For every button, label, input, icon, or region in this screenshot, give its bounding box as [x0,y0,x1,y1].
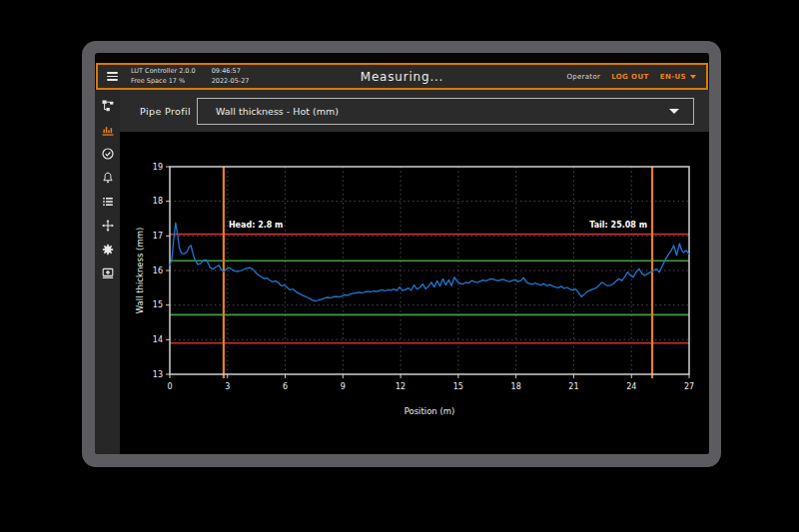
marker-label: Tail: 25.08 m [589,221,647,230]
app-window: LUT Controller 2.0.0 Free Space 17 % 09:… [95,53,709,454]
sidebar-item-settings[interactable] [95,238,120,262]
svg-text:14: 14 [153,335,163,344]
sidebar-item-move[interactable] [95,214,120,238]
svg-text:18: 18 [153,197,163,206]
pipeline-nodes-icon [102,100,114,112]
move-icon [102,220,114,232]
svg-text:21: 21 [568,382,578,391]
app-version: LUT Controller 2.0.0 [131,68,196,76]
svg-text:0: 0 [167,382,172,391]
wall-thickness-plot: 036912151821242713141516171819Position (… [120,132,709,454]
bell-icon [102,172,114,184]
sidebar-item-profile-chart[interactable] [95,118,120,142]
date: 2022-05-27 [212,78,250,86]
profile-dropdown[interactable]: Wall thickness - Hot (mm) [197,98,694,125]
svg-text:18: 18 [511,382,521,391]
svg-text:17: 17 [153,232,163,241]
free-space: Free Space 17 % [131,78,196,86]
datetime-info: 09:46:57 2022-05-27 [212,68,250,86]
pipe-profile-label: Pipe Profil [140,90,191,132]
sidebar-item-event-list[interactable] [95,190,120,214]
svg-text:15: 15 [153,300,163,309]
sidebar-item-notifications[interactable] [95,166,120,190]
svg-text:6: 6 [283,382,288,391]
y-axis-title: Wall thickness (mm) [135,228,145,314]
svg-text:3: 3 [225,382,230,391]
language-value: EN-US [660,73,686,81]
svg-text:27: 27 [684,382,694,391]
sidebar-item-checks[interactable] [95,142,120,166]
sidebar-item-system[interactable] [95,262,120,285]
svg-text:12: 12 [396,382,405,391]
user-role: Operator [566,73,600,81]
gear-icon [102,244,114,256]
app-info: LUT Controller 2.0.0 Free Space 17 % [131,68,196,86]
language-selector[interactable]: EN-US [660,73,696,81]
profile-dropdown-value: Wall thickness - Hot (mm) [216,106,339,117]
desktop-background: LUT Controller 2.0.0 Free Space 17 % 09:… [0,0,799,532]
svg-text:15: 15 [453,382,463,391]
hamburger-icon [107,72,118,74]
menu-button[interactable] [107,72,118,81]
sidebar [95,90,120,454]
list-icon [102,196,114,208]
logout-button[interactable]: LOG OUT [611,73,649,81]
marker-label: Head: 2.8 m [229,221,284,230]
top-bar: LUT Controller 2.0.0 Free Space 17 % 09:… [96,63,708,90]
topbar-right: Operator LOG OUT EN-US [566,73,696,81]
chevron-down-icon [690,75,696,79]
check-circle-icon [102,148,114,160]
svg-text:13: 13 [153,370,163,379]
svg-text:16: 16 [153,266,163,275]
x-axis-title: Position (m) [404,406,455,416]
profile-toolbar: Pipe Profil Wall thickness - Hot (mm) [120,90,709,132]
monitor-update-icon [102,267,114,279]
sidebar-item-pipeline[interactable] [95,94,120,118]
clock: 09:46:57 [212,68,250,76]
profile-chart-icon [102,124,114,136]
chevron-down-icon [669,109,679,114]
device-frame: LUT Controller 2.0.0 Free Space 17 % 09:… [82,41,721,467]
pipe-profile-chart: 036912151821242713141516171819Position (… [120,132,709,454]
svg-text:19: 19 [153,163,163,172]
svg-text:9: 9 [341,382,346,391]
svg-text:24: 24 [626,382,636,391]
